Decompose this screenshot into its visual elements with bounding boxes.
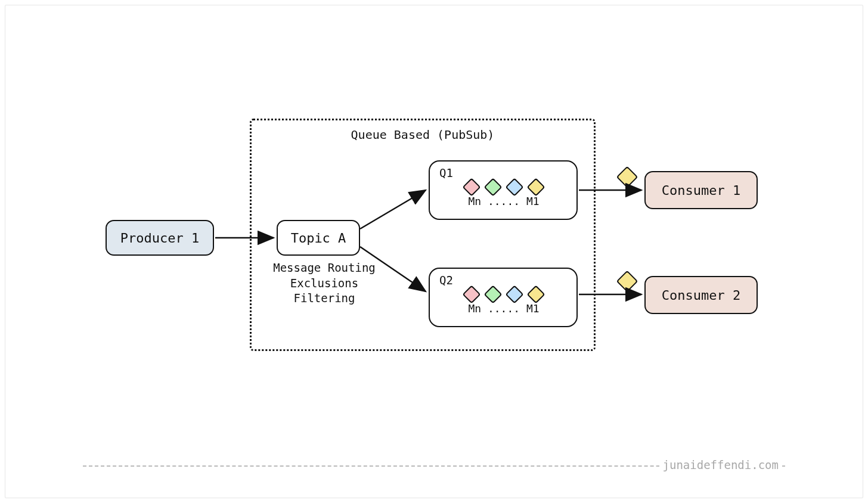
consumer-2-node: Consumer 2 xyxy=(644,276,758,314)
producer-label: Producer 1 xyxy=(120,231,199,246)
message-diamond-icon xyxy=(462,285,480,303)
topic-subtitle-line: Filtering xyxy=(268,291,381,306)
topic-subtitle-line: Exclusions xyxy=(268,276,381,291)
message-diamond-icon xyxy=(526,285,545,303)
message-diamond-icon xyxy=(483,285,502,303)
queue-q1-sub: Mn ..... M1 xyxy=(439,195,568,207)
consumer-2-label: Consumer 2 xyxy=(662,288,740,303)
topic-node: Topic A xyxy=(277,220,360,256)
queue-q2-messages xyxy=(439,288,568,301)
queue-q1-label: Q1 xyxy=(439,166,568,179)
message-diamond-icon xyxy=(483,178,502,196)
message-diamond-icon xyxy=(526,178,545,196)
queue-q2-sub: Mn ..... M1 xyxy=(439,302,568,315)
topic-label: Topic A xyxy=(291,231,346,246)
message-diamond-icon xyxy=(505,285,523,303)
queue-q2-label: Q2 xyxy=(439,274,568,287)
queue-q1-messages xyxy=(439,181,568,194)
pubsub-title: Queue Based (PubSub) xyxy=(262,128,584,142)
in-flight-message-icon xyxy=(616,166,638,188)
queue-q2: Q2 Mn ..... M1 xyxy=(429,268,578,327)
in-flight-message-icon xyxy=(616,271,638,293)
diagram-canvas: Queue Based (PubSub) Producer 1 Topic A … xyxy=(5,5,863,498)
topic-subtitle: Message Routing Exclusions Filtering xyxy=(268,260,381,306)
topic-subtitle-line: Message Routing xyxy=(268,260,381,276)
message-diamond-icon xyxy=(505,178,523,196)
consumer-1-label: Consumer 1 xyxy=(662,183,740,198)
message-diamond-icon xyxy=(462,178,480,196)
consumer-1-node: Consumer 1 xyxy=(644,171,758,209)
diagram-frame: Queue Based (PubSub) Producer 1 Topic A … xyxy=(5,5,863,498)
queue-q1: Q1 Mn ..... M1 xyxy=(429,160,578,220)
producer-node: Producer 1 xyxy=(106,220,214,256)
footer-attribution: junaideffendi.com xyxy=(659,458,782,471)
